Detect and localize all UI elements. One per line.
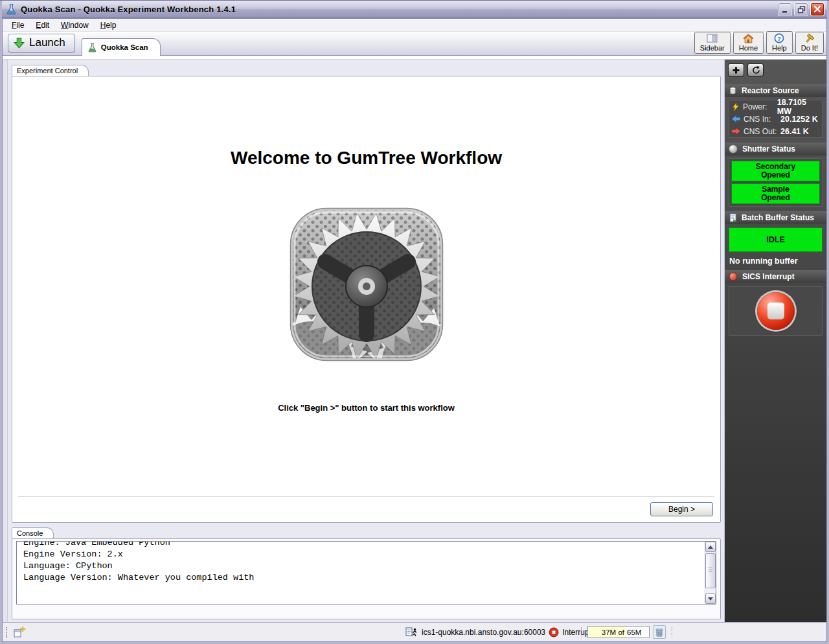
hammer-icon bbox=[804, 34, 815, 43]
sics-interrupt-title: SICS Interrupt bbox=[742, 272, 795, 281]
home-icon bbox=[743, 34, 754, 43]
sidebar-toggle-button[interactable]: Sidebar bbox=[694, 32, 731, 54]
add-button[interactable] bbox=[728, 63, 744, 76]
interrupt-icon bbox=[549, 627, 559, 638]
console-scrollbar[interactable] bbox=[705, 542, 716, 604]
reactor-icon bbox=[729, 86, 737, 95]
cns-in-label: CNS In: bbox=[744, 115, 777, 124]
launch-label: Launch bbox=[29, 36, 65, 49]
sics-stop-button[interactable] bbox=[757, 292, 795, 330]
secondary-shutter-status: Secondary Opened bbox=[731, 161, 820, 181]
sidebar-filler bbox=[725, 336, 826, 622]
cns-out-label: CNS Out: bbox=[744, 127, 777, 136]
sample-shutter-status: Sample Opened bbox=[731, 183, 820, 204]
window-title: Quokka Scan - Quokka Experiment Workbenc… bbox=[21, 5, 774, 14]
power-row: Power: 18.7105 MW bbox=[729, 100, 822, 113]
sidebar-button-label: Sidebar bbox=[700, 44, 725, 52]
reset-icon bbox=[751, 65, 760, 75]
tab-quokka-scan-label: Quokka Scan bbox=[101, 43, 148, 51]
shutter-icon bbox=[729, 144, 738, 154]
close-button[interactable] bbox=[810, 3, 824, 16]
fastview-handle[interactable] bbox=[6, 627, 7, 638]
home-button[interactable]: Home bbox=[733, 32, 764, 54]
scroll-up-button[interactable] bbox=[705, 542, 716, 552]
console-body: Engine: Java Embedded PythonEngine Versi… bbox=[12, 538, 721, 619]
heap-total: 65M bbox=[626, 628, 641, 636]
help-button-label: Help bbox=[772, 44, 787, 52]
power-icon bbox=[732, 102, 740, 111]
server-connection-icon bbox=[405, 627, 418, 638]
reactor-source-title: Reactor Source bbox=[742, 86, 799, 95]
tab-experiment-control[interactable]: Experiment Control bbox=[12, 65, 89, 76]
do-it-button-label: Do It! bbox=[801, 44, 818, 52]
arrow-right-icon bbox=[732, 127, 740, 135]
minimize-button[interactable] bbox=[778, 3, 792, 16]
arrow-left-icon bbox=[732, 115, 740, 123]
menu-window[interactable]: Window bbox=[56, 19, 94, 31]
batch-buffer-title: Batch Buffer Status bbox=[742, 213, 814, 222]
home-button-label: Home bbox=[739, 44, 758, 52]
menu-file[interactable]: File bbox=[6, 19, 29, 31]
cns-out-row: CNS Out: 26.41 K bbox=[729, 125, 822, 137]
settings-gear-icon bbox=[290, 207, 444, 362]
plus-icon bbox=[732, 66, 740, 75]
reset-button[interactable] bbox=[747, 63, 764, 76]
sidebar-icon bbox=[707, 34, 718, 43]
statusbar-separator-1 bbox=[581, 623, 582, 641]
tab-quokka-scan[interactable]: Quokka Scan bbox=[82, 38, 161, 56]
reactor-panel: Power: 18.7105 MW CNS In: 20.1252 K bbox=[729, 100, 823, 138]
cns-out-value: 26.41 K bbox=[780, 127, 809, 136]
do-it-button[interactable]: Do It! bbox=[795, 32, 824, 54]
server-address: ics1-quokka.nbi.ansto.gov.au:60003 bbox=[422, 628, 545, 637]
launch-button[interactable]: Launch bbox=[8, 34, 75, 52]
tab-experiment-control-label: Experiment Control bbox=[17, 67, 78, 75]
help-icon: ? bbox=[774, 33, 784, 43]
workflow-button-bar: Begin > bbox=[18, 496, 714, 522]
down-arrow-icon bbox=[14, 38, 25, 49]
interrupt-dot-icon bbox=[729, 272, 738, 281]
console-output[interactable]: Engine: Java Embedded PythonEngine Versi… bbox=[17, 541, 705, 604]
scroll-thumb[interactable] bbox=[705, 553, 716, 588]
scroll-down-button[interactable] bbox=[705, 593, 716, 604]
app-window: Quokka Scan - Quokka Experiment Workbenc… bbox=[0, 0, 829, 644]
restore-view-button[interactable] bbox=[12, 623, 27, 641]
experiment-control-view: Experiment Control Welcome to GumTree Wo… bbox=[12, 65, 721, 523]
scroll-track[interactable] bbox=[705, 552, 716, 593]
cns-in-row: CNS In: 20.1252 K bbox=[729, 113, 822, 125]
console-view: Console Engine: Java Embedded PythonEngi… bbox=[12, 527, 721, 619]
shutter-status-title: Shutter Status bbox=[742, 144, 795, 154]
help-button[interactable]: ? Help bbox=[766, 31, 793, 54]
power-value: 18.7105 MW bbox=[777, 98, 819, 116]
instrument-sidebar: Reactor Source Power: 18.7105 MW bbox=[724, 60, 826, 622]
batch-status-box: IDLE bbox=[729, 227, 823, 252]
garbage-collect-button[interactable] bbox=[653, 625, 666, 639]
menubar: File Edit Window Help bbox=[3, 19, 826, 32]
menu-edit[interactable]: Edit bbox=[30, 19, 54, 31]
svg-text:?: ? bbox=[777, 35, 781, 42]
sics-interrupt-header: SICS Interrupt bbox=[725, 270, 826, 283]
tab-console[interactable]: Console bbox=[12, 527, 54, 538]
toolbar: Launch Quokka Scan Sidebar bbox=[3, 32, 826, 56]
trash-icon bbox=[655, 628, 663, 637]
batch-script-icon bbox=[729, 213, 737, 223]
flask-icon bbox=[87, 43, 97, 52]
statusbar: ics1-quokka.nbi.ansto.gov.au:60003 Inter… bbox=[3, 622, 826, 641]
heap-used: 37M of bbox=[602, 628, 624, 636]
power-label: Power: bbox=[743, 102, 774, 111]
fastview-bar bbox=[3, 60, 8, 622]
server-status: ics1-quokka.nbi.ansto.gov.au:60003 Inter… bbox=[405, 623, 591, 641]
sics-panel bbox=[729, 286, 823, 336]
heap-status: 37M of 65M bbox=[587, 623, 672, 641]
heap-gauge: 37M of 65M bbox=[587, 626, 650, 638]
welcome-title: Welcome to GumTree Workflow bbox=[231, 148, 502, 168]
app-flask-icon bbox=[6, 4, 17, 15]
batch-note: No running buffer bbox=[729, 257, 826, 266]
shutter-panel: Secondary Opened Sample Opened bbox=[729, 158, 823, 207]
batch-buffer-header: Batch Buffer Status bbox=[725, 211, 826, 224]
restore-button[interactable] bbox=[794, 3, 808, 16]
begin-button[interactable]: Begin > bbox=[650, 502, 713, 516]
workflow-panel: Welcome to GumTree Workflow bbox=[12, 76, 721, 523]
cns-in-value: 20.1252 K bbox=[780, 115, 818, 124]
menu-help[interactable]: Help bbox=[95, 19, 122, 31]
titlebar[interactable]: Quokka Scan - Quokka Experiment Workbenc… bbox=[2, 1, 827, 18]
